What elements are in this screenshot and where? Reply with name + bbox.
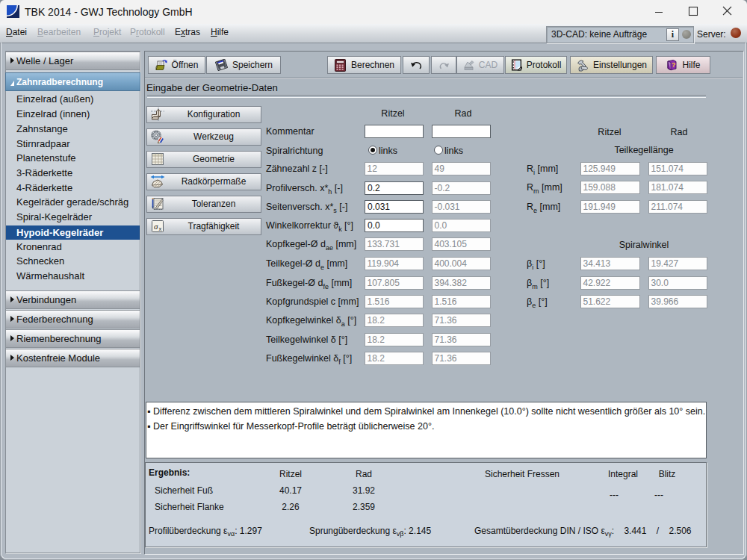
svg-text:?: ? — [672, 61, 676, 69]
